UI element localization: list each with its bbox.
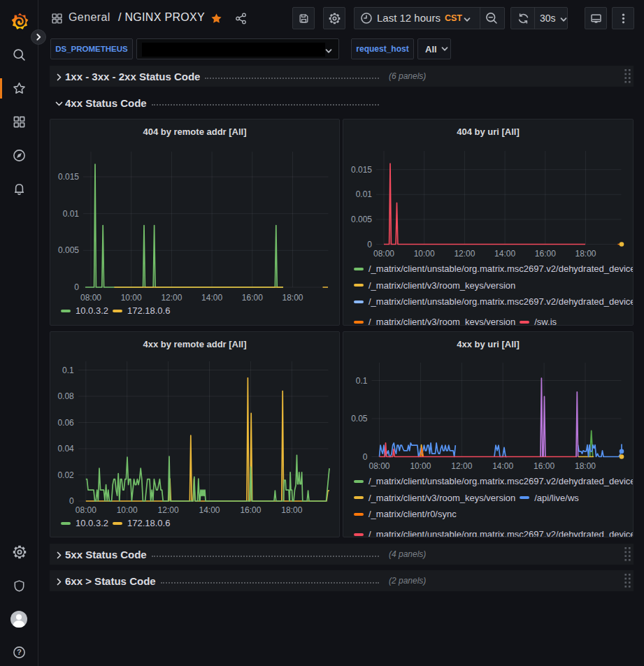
svg-text:0: 0 [367, 240, 372, 249]
svg-text:0.015: 0.015 [351, 165, 372, 175]
svg-text:10:00: 10:00 [121, 293, 142, 303]
svg-text:16:00: 16:00 [240, 505, 261, 515]
svg-text:0.005: 0.005 [58, 245, 79, 255]
svg-text:08:00: 08:00 [368, 461, 389, 471]
svg-text:?: ? [17, 648, 22, 656]
svg-text:0.005: 0.005 [351, 215, 372, 224]
svg-text:10:00: 10:00 [414, 249, 435, 259]
svg-text:14:00: 14:00 [199, 505, 220, 515]
svg-text:12:00: 12:00 [454, 249, 475, 259]
svg-text:0.04: 0.04 [57, 444, 74, 454]
svg-text:0.1: 0.1 [356, 376, 368, 386]
svg-text:0.08: 0.08 [57, 391, 74, 401]
svg-text:0: 0 [69, 496, 74, 506]
svg-text:18:00: 18:00 [575, 461, 596, 471]
svg-text:16:00: 16:00 [534, 461, 554, 471]
svg-text:0.1: 0.1 [62, 365, 74, 375]
svg-text:14:00: 14:00 [494, 249, 515, 259]
svg-text:16:00: 16:00 [535, 249, 556, 259]
svg-text:12:00: 12:00 [158, 505, 179, 515]
svg-text:18:00: 18:00 [281, 505, 302, 515]
svg-text:08:00: 08:00 [373, 249, 394, 259]
svg-text:0.015: 0.015 [58, 172, 79, 182]
svg-text:12:00: 12:00 [161, 293, 182, 303]
svg-text:08:00: 08:00 [76, 505, 96, 515]
svg-text:0: 0 [363, 452, 368, 462]
svg-text:18:00: 18:00 [282, 293, 303, 303]
svg-text:08:00: 08:00 [80, 293, 101, 303]
svg-text:0.05: 0.05 [351, 414, 368, 424]
svg-text:18:00: 18:00 [575, 249, 596, 259]
svg-text:10:00: 10:00 [117, 505, 138, 515]
svg-text:10:00: 10:00 [410, 461, 431, 471]
svg-text:0.06: 0.06 [57, 418, 74, 428]
svg-text:16:00: 16:00 [242, 293, 263, 303]
svg-text:0.02: 0.02 [57, 470, 74, 480]
svg-text:0: 0 [74, 282, 79, 292]
svg-text:14:00: 14:00 [201, 293, 222, 303]
svg-text:0.01: 0.01 [356, 189, 373, 199]
svg-text:0.01: 0.01 [63, 209, 80, 219]
svg-text:14:00: 14:00 [492, 461, 513, 471]
svg-text:12:00: 12:00 [451, 461, 472, 471]
